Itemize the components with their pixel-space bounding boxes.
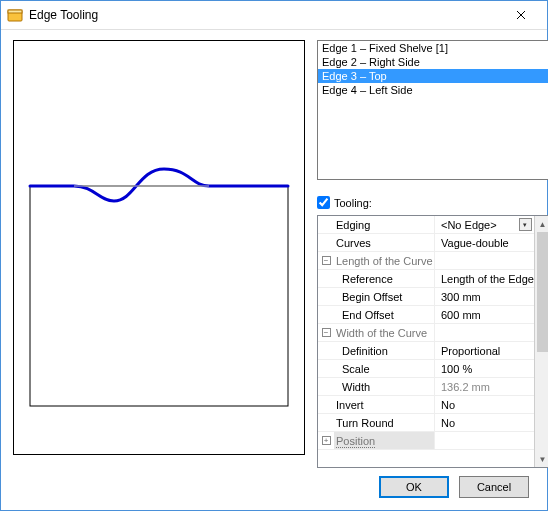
group-toggle [318,342,334,359]
property-value[interactable]: 300 mm [434,288,534,305]
property-value [434,324,534,341]
group-toggle[interactable]: − [318,324,334,341]
property-label: End Offset [334,306,434,323]
edge-list-item[interactable]: Edge 2 – Right Side [318,55,548,69]
property-row[interactable]: Turn RoundNo [318,414,534,432]
dialog-footer: OK Cancel [1,474,547,510]
edge-list-item[interactable]: Edge 4 – Left Side [318,83,548,97]
property-row[interactable]: End Offset600 mm [318,306,534,324]
edge-list-item[interactable]: Edge 3 – Top [318,69,548,83]
edge-list-item[interactable]: Edge 1 – Fixed Shelve [1] [318,41,548,55]
property-row[interactable]: InvertNo [318,396,534,414]
property-label: Edging [334,216,434,233]
property-value [434,432,534,449]
property-value[interactable]: Length of the Edge [434,270,534,287]
edge-tooling-dialog: Edge Tooling Edge 1 – Fixed S [0,0,548,511]
property-label: Curves [334,234,434,251]
property-label: Width [334,378,434,395]
property-row[interactable]: DefinitionProportional [318,342,534,360]
property-value[interactable]: 100 % [434,360,534,377]
property-grid: Edging<No Edge>▾CurvesVague-double−Lengt… [317,215,548,468]
property-value[interactable]: 600 mm [434,306,534,323]
property-group[interactable]: −Length of the Curve [318,252,534,270]
group-toggle [318,270,334,287]
property-grid-scrollbar[interactable]: ▲ ▼ [534,216,548,467]
property-group[interactable]: +Position [318,432,534,450]
close-button[interactable] [501,1,541,29]
app-icon [7,7,23,23]
edge-preview [13,40,305,455]
preview-pane [13,40,305,468]
property-grid-body[interactable]: Edging<No Edge>▾CurvesVague-double−Lengt… [318,216,534,467]
titlebar: Edge Tooling [1,1,547,30]
property-label: Position [334,432,434,449]
cancel-button[interactable]: Cancel [459,476,529,498]
curve-preview-path [30,169,288,201]
property-value[interactable]: Vague-double [434,234,534,251]
property-row[interactable]: Scale100 % [318,360,534,378]
property-value[interactable]: <No Edge>▾ [434,216,534,233]
property-label: Turn Round [334,414,434,431]
tooling-checkbox-label: Tooling: [334,197,372,209]
group-toggle [318,396,334,413]
group-toggle [318,414,334,431]
property-value[interactable]: 136.2 mm [434,378,534,395]
right-pane: Edge 1 – Fixed Shelve [1]Edge 2 – Right … [317,40,548,468]
property-value[interactable]: Proportional [434,342,534,359]
property-label: Length of the Curve [334,252,434,269]
property-row[interactable]: Width136.2 mm [318,378,534,396]
window-title: Edge Tooling [29,8,501,22]
group-toggle [318,234,334,251]
scroll-thumb[interactable] [537,232,548,352]
property-label: Width of the Curve [334,324,434,341]
tooling-checkbox-row: Tooling: [317,196,548,209]
property-value [434,252,534,269]
property-label: Reference [334,270,434,287]
property-group[interactable]: −Width of the Curve [318,324,534,342]
svg-rect-1 [8,10,22,13]
property-label: Begin Offset [334,288,434,305]
property-row[interactable]: Begin Offset300 mm [318,288,534,306]
scroll-down-button[interactable]: ▼ [535,451,548,467]
group-toggle [318,216,334,233]
property-label: Scale [334,360,434,377]
group-toggle [318,306,334,323]
group-toggle[interactable]: + [318,432,334,449]
property-value[interactable]: No [434,414,534,431]
dialog-content: Edge 1 – Fixed Shelve [1]Edge 2 – Right … [1,30,547,474]
group-toggle[interactable]: − [318,252,334,269]
svg-rect-4 [30,186,288,406]
property-row[interactable]: Edging<No Edge>▾ [318,216,534,234]
property-label: Invert [334,396,434,413]
property-row[interactable]: ReferenceLength of the Edge [318,270,534,288]
tooling-checkbox[interactable] [317,196,330,209]
property-value[interactable]: No [434,396,534,413]
close-icon [516,10,526,20]
group-toggle [318,360,334,377]
dropdown-button[interactable]: ▾ [519,218,532,231]
property-label: Definition [334,342,434,359]
property-row[interactable]: CurvesVague-double [318,234,534,252]
group-toggle [318,288,334,305]
ok-button[interactable]: OK [379,476,449,498]
edge-list[interactable]: Edge 1 – Fixed Shelve [1]Edge 2 – Right … [317,40,548,180]
scroll-up-button[interactable]: ▲ [535,216,548,232]
group-toggle [318,378,334,395]
